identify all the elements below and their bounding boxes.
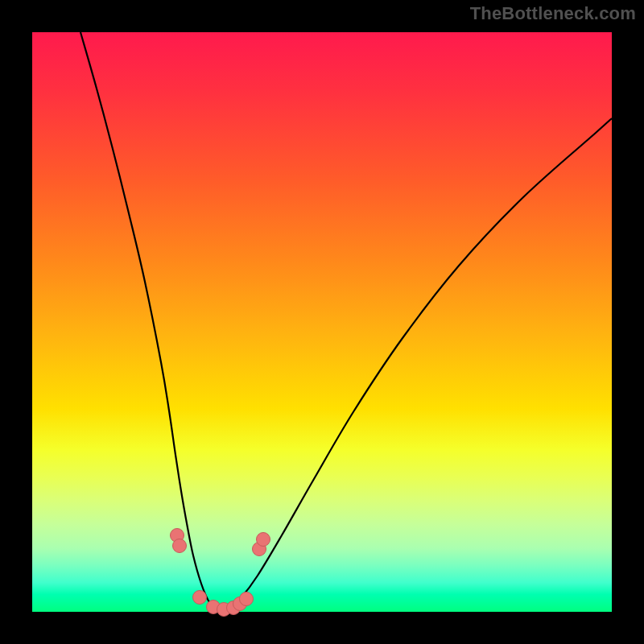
m-bottom-left	[193, 591, 207, 605]
curve-svg	[32, 32, 612, 612]
plot-area	[32, 32, 612, 612]
m-right-upper-b	[257, 533, 270, 547]
m-bottom-e	[240, 592, 254, 606]
chart-frame: TheBottleneck.com	[0, 0, 644, 644]
m-left-upper-b	[173, 539, 187, 553]
bottleneck-curve	[80, 32, 612, 611]
data-markers	[171, 529, 270, 617]
watermark-text: TheBottleneck.com	[470, 3, 636, 24]
